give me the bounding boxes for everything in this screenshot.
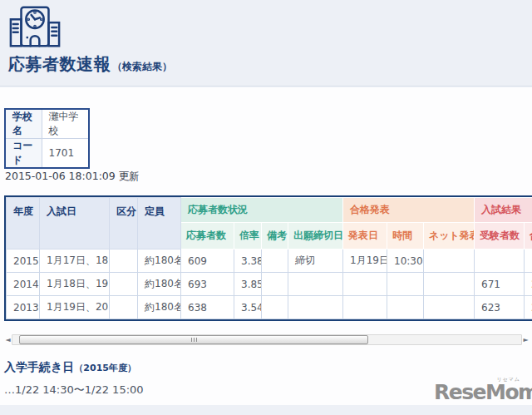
cell-category — [110, 273, 138, 296]
col-header-category: 区分 — [110, 198, 138, 249]
cell-applicants: 609 — [181, 249, 234, 273]
cell-net-announce — [424, 273, 475, 296]
scrollbar-grip-line — [191, 338, 192, 342]
col-header-net-announce: ネット発表 — [424, 223, 475, 249]
scrollbar-thumb[interactable] — [19, 335, 368, 344]
cell-announce-time — [387, 296, 424, 319]
cell-deadline: 締切 — [288, 249, 343, 273]
scrollbar-grip-line — [194, 338, 195, 342]
cell-deadline — [288, 296, 343, 319]
cell-note — [262, 273, 288, 296]
col-header-deadline: 出願締切日 — [288, 223, 343, 249]
table-row: 学校名 灘中学校 — [5, 109, 89, 139]
header-row-groups: 年度 入試日 区分 定員 応募者数状況 合格発表 入試結果 — [7, 198, 532, 223]
col-header-applicants: 応募者数 — [181, 223, 234, 249]
page-title-suffix: （検索結果） — [112, 61, 172, 72]
group-header-pass-announcement: 合格発表 — [343, 198, 475, 223]
table-row-2015: 2015 1月17日、18日 約180名 609 3.38 締切 1月19日 1… — [7, 249, 532, 273]
content-area: 学校名 灘中学校 コード 1701 2015-01-06 18:01:09 更新… — [0, 87, 532, 405]
col-header-year: 年度 — [7, 198, 40, 249]
cell-ratio: 3.85 — [234, 273, 262, 296]
col-header-exam-date: 入試日 — [40, 198, 110, 249]
cell-applicants: 638 — [181, 296, 234, 319]
cell-exam-date: 1月17日、18日 — [40, 249, 110, 273]
page-title-text: 応募者数速報 — [8, 54, 111, 74]
cell-deadline — [288, 273, 343, 296]
cell-category — [110, 249, 138, 273]
cell-announce-date: 1月19日 — [343, 249, 387, 273]
page: 応募者数速報（検索結果） 学校名 灘中学校 コード 1701 2015-01-0… — [0, 0, 532, 415]
school-name-value: 灘中学校 — [42, 109, 89, 139]
cell-capacity: 約180名 — [138, 249, 181, 273]
school-info-table: 学校名 灘中学校 コード 1701 — [4, 108, 90, 169]
cell-partial: 2 — [525, 296, 532, 319]
table-row-2014: 2014 1月18日、19日 約180名 693 3.85 671 2 — [7, 273, 532, 296]
school-name-label: 学校名 — [5, 109, 42, 139]
procedure-heading-suffix: （2015年度） — [74, 363, 136, 373]
col-header-note: 備考 — [262, 223, 288, 249]
cell-exam-date: 1月18日、19日 — [40, 273, 110, 296]
col-header-capacity: 定員 — [138, 198, 181, 249]
procedure-heading-text: 入学手続き日 — [4, 360, 74, 373]
cell-year: 2014 — [7, 273, 40, 296]
cell-note — [262, 296, 288, 319]
cell-year: 2015 — [7, 249, 40, 273]
school-code-label: コード — [5, 139, 42, 169]
page-header: 応募者数速報（検索結果） — [0, 0, 532, 86]
school-code-value: 1701 — [42, 139, 89, 169]
cell-announce-time: 10:30 — [387, 249, 424, 273]
procedure-heading: 入学手続き日（2015年度） — [4, 358, 136, 375]
group-header-exam-results: 入試結果 — [475, 198, 532, 223]
resemom-logo-ruby: リセマム — [496, 376, 520, 383]
resemom-logo: リセマム ReseMom. — [434, 380, 525, 408]
cell-partial: 2 — [525, 273, 532, 296]
results-table: 年度 入試日 区分 定員 応募者数状況 合格発表 入試結果 応募者数 倍率 備考… — [6, 197, 532, 319]
cell-examinees: 623 — [475, 296, 525, 319]
results-table-viewport: 年度 入試日 区分 定員 応募者数状況 合格発表 入試結果 応募者数 倍率 備考… — [4, 195, 532, 321]
cell-examinees — [475, 249, 525, 273]
school-clock-icon — [8, 5, 62, 52]
scroll-right-icon[interactable]: ► — [522, 334, 530, 345]
col-header-partial: 合 — [525, 223, 532, 249]
scrollbar-track[interactable] — [12, 334, 522, 345]
cell-ratio: 3.38 — [234, 249, 262, 273]
cell-net-announce — [424, 249, 475, 273]
cell-examinees: 671 — [475, 273, 525, 296]
cell-announce-date — [343, 273, 387, 296]
cell-ratio: 3.54 — [234, 296, 262, 319]
cell-announce-time — [387, 273, 424, 296]
scrollbar-grip-line — [196, 338, 197, 342]
table-row-2013: 2013 1月19日、20日 約180名 638 3.54 623 2 — [7, 296, 532, 319]
cell-partial — [525, 249, 532, 273]
cell-year: 2013 — [7, 296, 40, 319]
cell-capacity: 約180名 — [138, 273, 181, 296]
col-header-announce-date: 発表日 — [343, 223, 387, 249]
col-header-ratio: 倍率 — [234, 223, 262, 249]
cell-capacity: 約180名 — [138, 296, 181, 319]
cell-note — [262, 249, 288, 273]
cell-announce-date — [343, 296, 387, 319]
cell-applicants: 693 — [181, 273, 234, 296]
procedure-detail: …1/22 14:30〜1/22 15:00 — [4, 383, 144, 398]
updated-timestamp: 2015-01-06 18:01:09 更新 — [5, 170, 140, 184]
cell-exam-date: 1月19日、20日 — [40, 296, 110, 319]
col-header-announce-time: 時間 — [387, 223, 424, 249]
page-title: 応募者数速報（検索結果） — [8, 53, 172, 76]
table-row: コード 1701 — [5, 139, 89, 169]
scroll-left-icon[interactable]: ◄ — [4, 334, 12, 345]
group-header-applicants: 応募者数状況 — [181, 198, 343, 223]
horizontal-scrollbar[interactable]: ◄ ► — [4, 334, 530, 345]
cell-category — [110, 296, 138, 319]
resemom-logo-text: ReseMom. — [434, 380, 532, 404]
cell-net-announce — [424, 296, 475, 319]
col-header-examinees: 受験者数 — [475, 223, 525, 249]
